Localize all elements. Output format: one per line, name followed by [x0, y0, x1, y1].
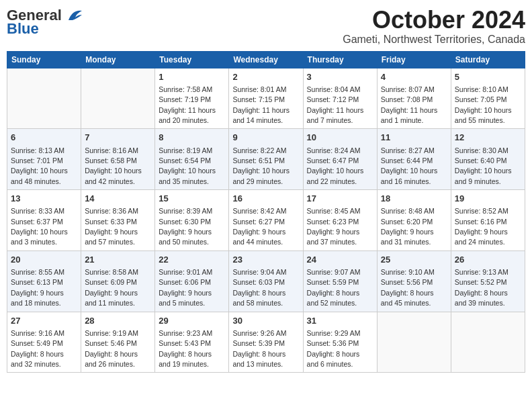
title-block: October 2024 Gameti, Northwest Territori…: [343, 7, 525, 46]
calendar-cell: [377, 312, 451, 373]
calendar-cell: [451, 312, 525, 373]
day-number: 17: [307, 193, 373, 205]
day-number: 26: [455, 254, 521, 266]
day-details: Sunrise: 8:07 AM Sunset: 7:08 PM Dayligh…: [381, 85, 438, 124]
day-number: 27: [11, 315, 77, 327]
day-details: Sunrise: 8:39 AM Sunset: 6:30 PM Dayligh…: [159, 207, 212, 246]
calendar-cell: 23Sunrise: 9:04 AM Sunset: 6:03 PM Dayli…: [229, 250, 303, 312]
day-number: 23: [232, 254, 299, 266]
calendar-cell: 18Sunrise: 8:48 AM Sunset: 6:20 PM Dayli…: [377, 190, 451, 251]
calendar-cell: 13Sunrise: 8:33 AM Sunset: 6:37 PM Dayli…: [7, 190, 81, 251]
calendar-cell: [81, 68, 155, 129]
day-details: Sunrise: 8:58 AM Sunset: 6:09 PM Dayligh…: [85, 268, 138, 307]
day-details: Sunrise: 8:13 AM Sunset: 7:01 PM Dayligh…: [11, 146, 68, 185]
day-details: Sunrise: 8:30 AM Sunset: 6:40 PM Dayligh…: [455, 146, 512, 185]
weekday-header-tuesday: Tuesday: [155, 51, 229, 68]
day-details: Sunrise: 8:48 AM Sunset: 6:20 PM Dayligh…: [381, 207, 435, 246]
calendar-cell: 21Sunrise: 8:58 AM Sunset: 6:09 PM Dayli…: [81, 250, 155, 312]
calendar-cell: 10Sunrise: 8:24 AM Sunset: 6:47 PM Dayli…: [303, 129, 377, 190]
calendar-cell: 14Sunrise: 8:36 AM Sunset: 6:33 PM Dayli…: [81, 190, 155, 251]
calendar-cell: 15Sunrise: 8:39 AM Sunset: 6:30 PM Dayli…: [155, 190, 229, 251]
day-details: Sunrise: 8:52 AM Sunset: 6:16 PM Dayligh…: [455, 207, 508, 246]
calendar-cell: 2Sunrise: 8:01 AM Sunset: 7:15 PM Daylig…: [229, 68, 303, 129]
day-details: Sunrise: 9:04 AM Sunset: 6:03 PM Dayligh…: [232, 268, 286, 307]
weekday-header-thursday: Thursday: [303, 51, 377, 68]
day-number: 5: [455, 71, 521, 83]
day-number: 28: [85, 315, 151, 327]
weekday-header-monday: Monday: [81, 51, 155, 68]
day-number: 8: [159, 132, 225, 144]
calendar-cell: 20Sunrise: 8:55 AM Sunset: 6:13 PM Dayli…: [7, 250, 81, 312]
day-number: 22: [159, 254, 225, 266]
day-number: 9: [232, 132, 299, 144]
calendar-cell: 22Sunrise: 9:01 AM Sunset: 6:06 PM Dayli…: [155, 250, 229, 312]
day-details: Sunrise: 8:27 AM Sunset: 6:44 PM Dayligh…: [381, 146, 438, 185]
day-number: 16: [232, 193, 299, 205]
calendar-cell: 5Sunrise: 8:10 AM Sunset: 7:05 PM Daylig…: [451, 68, 525, 129]
weekday-header-friday: Friday: [377, 51, 451, 68]
weekday-header-wednesday: Wednesday: [229, 51, 303, 68]
calendar-cell: 28Sunrise: 9:19 AM Sunset: 5:46 PM Dayli…: [81, 312, 155, 373]
calendar-cell: 26Sunrise: 9:13 AM Sunset: 5:52 PM Dayli…: [451, 250, 525, 312]
day-number: 12: [455, 132, 521, 144]
day-details: Sunrise: 8:01 AM Sunset: 7:15 PM Dayligh…: [232, 85, 290, 124]
calendar-cell: 31Sunrise: 9:29 AM Sunset: 5:36 PM Dayli…: [303, 312, 377, 373]
calendar-cell: 24Sunrise: 9:07 AM Sunset: 5:59 PM Dayli…: [303, 250, 377, 312]
day-number: 14: [85, 193, 151, 205]
day-number: 30: [232, 315, 299, 327]
calendar-cell: 4Sunrise: 8:07 AM Sunset: 7:08 PM Daylig…: [377, 68, 451, 129]
calendar-table: SundayMondayTuesdayWednesdayThursdayFrid…: [7, 51, 525, 373]
day-details: Sunrise: 9:19 AM Sunset: 5:46 PM Dayligh…: [85, 329, 138, 368]
day-details: Sunrise: 7:58 AM Sunset: 7:19 PM Dayligh…: [159, 85, 216, 124]
day-details: Sunrise: 8:33 AM Sunset: 6:37 PM Dayligh…: [11, 207, 68, 246]
day-details: Sunrise: 8:04 AM Sunset: 7:12 PM Dayligh…: [307, 85, 364, 124]
day-number: 11: [381, 132, 447, 144]
day-details: Sunrise: 8:42 AM Sunset: 6:27 PM Dayligh…: [232, 207, 286, 246]
day-number: 2: [232, 71, 299, 83]
weekday-header-saturday: Saturday: [451, 51, 525, 68]
page-header: General Blue October 2024 Gameti, Northw…: [7, 7, 525, 46]
day-details: Sunrise: 8:45 AM Sunset: 6:23 PM Dayligh…: [307, 207, 361, 246]
calendar-cell: [7, 68, 81, 129]
calendar-cell: 1Sunrise: 7:58 AM Sunset: 7:19 PM Daylig…: [155, 68, 229, 129]
day-details: Sunrise: 8:55 AM Sunset: 6:13 PM Dayligh…: [11, 268, 64, 307]
day-number: 18: [381, 193, 447, 205]
day-details: Sunrise: 9:16 AM Sunset: 5:49 PM Dayligh…: [11, 329, 64, 368]
calendar-cell: 3Sunrise: 8:04 AM Sunset: 7:12 PM Daylig…: [303, 68, 377, 129]
day-number: 3: [307, 71, 373, 83]
day-details: Sunrise: 8:19 AM Sunset: 6:54 PM Dayligh…: [159, 146, 216, 185]
day-details: Sunrise: 9:01 AM Sunset: 6:06 PM Dayligh…: [159, 268, 212, 307]
calendar-cell: 8Sunrise: 8:19 AM Sunset: 6:54 PM Daylig…: [155, 129, 229, 190]
day-details: Sunrise: 9:23 AM Sunset: 5:43 PM Dayligh…: [159, 329, 212, 368]
day-details: Sunrise: 9:13 AM Sunset: 5:52 PM Dayligh…: [455, 268, 508, 307]
day-number: 1: [159, 71, 225, 83]
day-number: 25: [381, 254, 447, 266]
day-number: 7: [85, 132, 151, 144]
calendar-cell: 6Sunrise: 8:13 AM Sunset: 7:01 PM Daylig…: [7, 129, 81, 190]
day-number: 13: [11, 193, 77, 205]
calendar-cell: 29Sunrise: 9:23 AM Sunset: 5:43 PM Dayli…: [155, 312, 229, 373]
day-number: 15: [159, 193, 225, 205]
calendar-cell: 19Sunrise: 8:52 AM Sunset: 6:16 PM Dayli…: [451, 190, 525, 251]
calendar-cell: 11Sunrise: 8:27 AM Sunset: 6:44 PM Dayli…: [377, 129, 451, 190]
calendar-week-1: 1Sunrise: 7:58 AM Sunset: 7:19 PM Daylig…: [7, 68, 525, 129]
day-details: Sunrise: 8:16 AM Sunset: 6:58 PM Dayligh…: [85, 146, 142, 185]
calendar-week-3: 13Sunrise: 8:33 AM Sunset: 6:37 PM Dayli…: [7, 190, 525, 251]
day-number: 24: [307, 254, 373, 266]
calendar-cell: 12Sunrise: 8:30 AM Sunset: 6:40 PM Dayli…: [451, 129, 525, 190]
calendar-cell: 7Sunrise: 8:16 AM Sunset: 6:58 PM Daylig…: [81, 129, 155, 190]
calendar-week-4: 20Sunrise: 8:55 AM Sunset: 6:13 PM Dayli…: [7, 250, 525, 312]
day-number: 10: [307, 132, 373, 144]
day-details: Sunrise: 8:10 AM Sunset: 7:05 PM Dayligh…: [455, 85, 512, 124]
day-number: 21: [85, 254, 151, 266]
logo-bird-icon: [63, 8, 85, 23]
day-number: 4: [381, 71, 447, 83]
day-number: 20: [11, 254, 77, 266]
weekday-header-sunday: Sunday: [7, 51, 81, 68]
day-details: Sunrise: 9:26 AM Sunset: 5:39 PM Dayligh…: [232, 329, 286, 368]
calendar-cell: 16Sunrise: 8:42 AM Sunset: 6:27 PM Dayli…: [229, 190, 303, 251]
day-number: 19: [455, 193, 521, 205]
day-details: Sunrise: 8:22 AM Sunset: 6:51 PM Dayligh…: [232, 146, 290, 185]
day-number: 29: [159, 315, 225, 327]
logo-text-blue: Blue: [7, 20, 39, 38]
